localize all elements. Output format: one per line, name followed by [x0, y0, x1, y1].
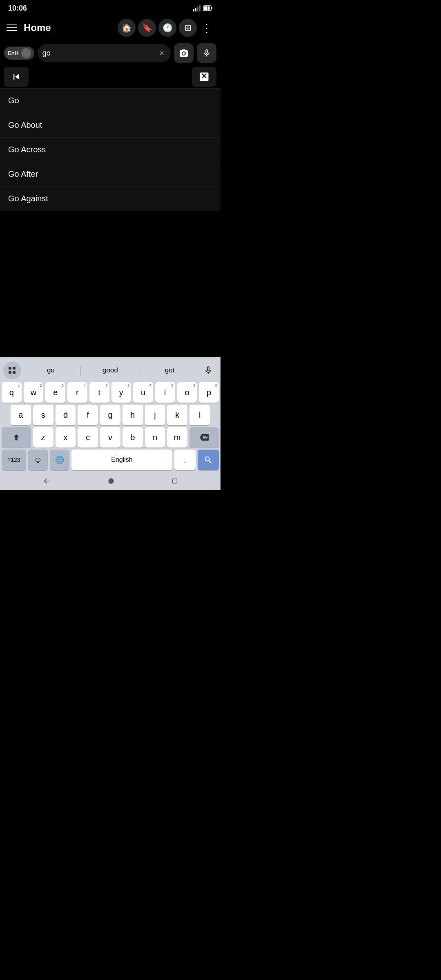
svg-rect-6	[204, 7, 210, 10]
key-j[interactable]: j	[145, 405, 165, 425]
key-c[interactable]: c	[78, 427, 98, 448]
history-icon-button[interactable]: 🕐	[158, 19, 176, 37]
key-q[interactable]: 1 q	[2, 382, 22, 403]
svg-rect-9	[13, 367, 16, 370]
key-i[interactable]: 8 i	[155, 382, 175, 403]
shift-icon	[12, 433, 21, 442]
key-x[interactable]: x	[56, 427, 76, 448]
key-e[interactable]: 3 e	[45, 382, 65, 403]
nav-bar: Home 🏠 🔖 🕐 ⊞ ⋮	[0, 15, 220, 41]
clear-icon	[198, 71, 210, 82]
key-v[interactable]: v	[100, 427, 120, 448]
suggestion-item-go-after[interactable]: Go After	[0, 162, 220, 187]
search-input-wrapper: go ×	[38, 44, 171, 62]
key-g[interactable]: g	[100, 405, 120, 425]
voice-input-button[interactable]	[199, 361, 217, 379]
key-k[interactable]: k	[167, 405, 187, 425]
keyboard: go good got 1 q 2 w 3 e 4 r	[0, 357, 220, 490]
key-p[interactable]: 0 p	[199, 382, 219, 403]
keyboard-row-1: 1 q 2 w 3 e 4 r 5 t 6 y 7 u 8 i	[2, 382, 219, 403]
nav-recents-icon[interactable]	[172, 478, 178, 484]
word-suggestion-good[interactable]: good	[81, 363, 140, 378]
back-word-button[interactable]	[4, 67, 29, 87]
camera-icon	[179, 48, 189, 58]
period-key[interactable]: .	[174, 450, 196, 470]
home-icon-button[interactable]: 🏠	[118, 19, 136, 37]
key-y[interactable]: 6 y	[111, 382, 131, 403]
status-icons	[193, 5, 212, 11]
menu-button[interactable]	[7, 24, 17, 31]
voice-search-button[interactable]	[197, 43, 216, 63]
more-options-button[interactable]: ⋮	[199, 21, 214, 35]
svg-rect-11	[13, 371, 16, 374]
emoji-key[interactable]: ☺	[28, 450, 48, 470]
svg-rect-5	[211, 7, 212, 9]
word-suggestions-list: go good got	[21, 363, 199, 378]
camera-search-button[interactable]	[174, 43, 194, 63]
suggestions-dropdown: Go Go About Go Across Go After Go Agains…	[0, 88, 220, 211]
backspace-icon	[200, 433, 209, 442]
clear-button[interactable]	[192, 67, 216, 87]
key-l[interactable]: l	[189, 405, 210, 425]
emoji-suggestions-button[interactable]	[3, 361, 21, 379]
svg-rect-3	[199, 5, 200, 11]
key-r[interactable]: 4 r	[67, 382, 87, 403]
keyboard-row-2: a s d f g h j k l	[2, 405, 219, 425]
back-word-icon	[11, 71, 22, 82]
bookmark-icon-button[interactable]: 🔖	[138, 19, 156, 37]
nav-home-icon[interactable]	[107, 477, 115, 485]
suggestion-item-go-across[interactable]: Go Across	[0, 138, 220, 162]
status-time: 10:06	[8, 4, 27, 13]
search-input[interactable]: go	[42, 49, 158, 58]
globe-key[interactable]: 🌐	[50, 450, 69, 470]
search-key[interactable]	[198, 450, 219, 470]
page-title: Home	[24, 22, 118, 33]
key-m[interactable]: m	[167, 427, 187, 448]
word-suggestions-row: go good got	[2, 360, 219, 381]
space-key[interactable]: English	[71, 450, 172, 470]
keyboard-bottom-row: ?123 ☺ 🌐 English .	[2, 450, 219, 470]
word-suggestion-go[interactable]: go	[21, 363, 80, 378]
language-toggle[interactable]: E>H	[4, 47, 34, 60]
key-t[interactable]: 5 t	[89, 382, 109, 403]
suggestion-item-go-about[interactable]: Go About	[0, 113, 220, 138]
key-f[interactable]: f	[78, 405, 98, 425]
signal-icon	[193, 5, 201, 11]
nav-back-icon[interactable]	[42, 477, 51, 485]
key-a[interactable]: a	[11, 405, 31, 425]
microphone-icon	[202, 49, 211, 58]
key-b[interactable]: b	[122, 427, 143, 448]
backspace-key[interactable]	[189, 427, 219, 448]
key-o[interactable]: 9 o	[177, 382, 197, 403]
space-key-label: English	[111, 457, 132, 463]
symbols-key[interactable]: ?123	[2, 450, 26, 470]
search-clear-button[interactable]: ×	[158, 49, 166, 58]
svg-rect-8	[9, 367, 11, 370]
key-s[interactable]: s	[33, 405, 53, 425]
suggestion-item-go[interactable]: Go	[0, 89, 220, 113]
key-u[interactable]: 7 u	[133, 382, 153, 403]
svg-rect-2	[197, 7, 198, 11]
svg-rect-1	[195, 8, 196, 11]
key-w[interactable]: 2 w	[24, 382, 44, 403]
cards-icon-button[interactable]: ⊞	[179, 19, 197, 37]
suggestion-item-go-against[interactable]: Go Against	[0, 187, 220, 211]
controls-row	[0, 65, 220, 88]
grid-icon	[7, 365, 17, 375]
system-nav-bar	[2, 472, 219, 488]
svg-rect-0	[193, 9, 194, 11]
svg-point-12	[108, 478, 114, 483]
status-bar: 10:06	[0, 0, 220, 15]
key-n[interactable]: n	[145, 427, 165, 448]
svg-rect-13	[173, 479, 177, 483]
key-d[interactable]: d	[56, 405, 76, 425]
nav-actions: 🏠 🔖 🕐 ⊞ ⋮	[118, 19, 214, 37]
battery-icon	[203, 5, 212, 11]
word-suggestion-got[interactable]: got	[140, 363, 199, 378]
svg-rect-10	[9, 371, 11, 374]
key-h[interactable]: h	[122, 405, 143, 425]
language-toggle-circle	[21, 48, 31, 58]
search-row: E>H go ×	[0, 41, 220, 65]
key-z[interactable]: z	[33, 427, 53, 448]
shift-key[interactable]	[2, 427, 31, 448]
